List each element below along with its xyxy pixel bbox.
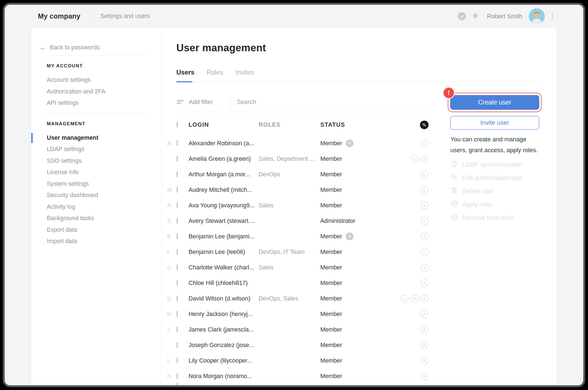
user-login[interactable]: Joseph Gonzalez (jose... [189,342,259,349]
user-login[interactable]: Ava Young (avayoung9... [189,202,259,209]
auth-type-badge-l: L [421,217,429,225]
user-status: Member [320,373,342,380]
status-check-icon[interactable] [458,12,466,20]
search-input[interactable] [236,98,321,106]
user-name[interactable]: Robert Smith [487,13,522,20]
kebab-menu-icon[interactable] [550,11,555,21]
table-row: LLily Cooper (lilycooper...MemberA [166,353,429,368]
column-login[interactable]: LOGIN [189,121,259,128]
row-checkbox[interactable] [177,233,178,239]
user-status: Member [320,156,342,162]
auth-badges: A [393,341,429,349]
row-checkbox[interactable] [177,383,178,386]
tab-roles[interactable]: Roles [207,69,223,80]
row-checkbox[interactable] [177,327,178,332]
panel-action-remove-from-roles[interactable]: Remove from roles [450,211,523,225]
sidebar-item-export-data[interactable]: Export data [47,224,161,236]
user-login[interactable]: Chloe Hill (chloehill17) [189,280,259,287]
user-login[interactable]: Charlotte Walker (charl... [189,264,259,271]
invite-user-button[interactable]: Invite user [450,116,539,130]
sidebar-item-authorization-and-2fa[interactable]: Authorization and 2FA [47,86,161,98]
tab-users[interactable]: Users [176,69,194,80]
user-roles: DevOps, Sales [259,295,320,302]
row-checkbox[interactable] [177,373,178,379]
sidebar-item-import-data[interactable]: Import data [47,236,161,247]
active-tab-underline [176,81,192,82]
row-checkbox[interactable] [177,249,178,255]
panel-action-delete-user[interactable]: Delete user [450,185,523,198]
row-checkbox[interactable] [177,202,178,208]
sidebar-item-background-tasks[interactable]: Background tasks [47,213,161,224]
sidebar-item-sso-settings[interactable]: SSO settings [47,155,161,167]
user-status: Member [320,171,342,178]
sidebar-item-system-settings[interactable]: System settings [47,178,161,190]
tab-invites[interactable]: Invites [235,69,254,80]
company-name[interactable]: My company [38,5,80,28]
group-letter: L [166,358,177,364]
panel-action-ldap-synchronization[interactable]: LDAP synchronization [450,158,523,171]
user-login[interactable]: Nora Morgan (noramo... [189,373,259,380]
user-login[interactable]: Alexander Robinson (a... [189,140,259,147]
sidebar-item-activity-log[interactable]: Activity log [47,201,161,213]
row-checkbox[interactable] [177,218,178,224]
auth-badges: LA [393,155,429,163]
row-checkbox[interactable] [177,280,178,286]
panel-action-label: Delete user [462,188,494,195]
sidebar-item-security-dashboard[interactable]: Security dashboard [47,190,161,201]
user-login[interactable]: James Clark (jamescla... [189,326,259,333]
user-status: Administrator [320,218,355,225]
row-checkbox[interactable] [177,140,178,146]
create-user-button[interactable]: Create user [450,95,539,110]
user-login[interactable]: Benjamin Lee (lee06) [189,249,259,256]
row-checkbox[interactable] [177,295,178,301]
panel-action-edit-authorization-type[interactable]: Edit authorization type [450,171,523,185]
user-login[interactable]: David Wilson (d.wilson) [189,295,259,302]
sidebar-item-ldap-settings[interactable]: LDAP settings [47,144,161,155]
sidebar-item-license-info[interactable]: License info [47,167,161,178]
back-to-passwords-link[interactable]: ← Back to passwords [39,44,161,51]
column-roles[interactable]: ROLES [259,121,320,128]
user-login[interactable]: Avery Stewart (stewart.... [189,218,259,225]
sidebar: ← Back to passwords MY ACCOUNTAccount se… [31,28,161,247]
row-checkbox[interactable] [177,311,178,317]
auth-type-badge-a: A [421,372,429,380]
sidebar-item-user-management[interactable]: User management [47,132,161,144]
auth-type-badge-a: A [421,233,429,241]
add-filter-button[interactable]: Add filter [189,98,213,106]
row-checkbox[interactable] [177,264,178,270]
user-login[interactable]: Arthur Morgan (a.mor... [189,171,259,178]
panel-description: You can create and manage users, grant a… [450,134,543,156]
panel-action-apply-roles[interactable]: Apply roles [450,198,523,211]
user-login[interactable]: Benjamin Lee (benjami... [189,233,259,240]
sidebar-item-account-settings[interactable]: Account settings [47,74,161,86]
page-title: User management [176,42,266,54]
row-checkbox[interactable] [177,358,178,363]
user-login[interactable]: Amelia Green (a.green) [189,156,259,162]
auth-badges: L [393,248,429,256]
select-all-checkbox[interactable] [177,122,178,128]
user-login[interactable]: Audrey Mitchell (mitch... [189,187,259,193]
row-checkbox[interactable] [177,342,178,348]
sidebar-divider [47,55,148,55]
authorization-key-icon[interactable] [420,121,429,129]
group-letter: L [166,249,177,255]
user-login[interactable]: Lily Cooper (lilycooper... [189,357,259,364]
avatar[interactable] [529,8,545,24]
row-checkbox[interactable] [177,171,178,177]
row-checkbox[interactable] [177,187,178,193]
promoted-up-arrow-icon [346,233,354,240]
user-status: Member [320,140,342,147]
column-status[interactable]: STATUS [320,121,393,128]
auth-type-badge-a: A [421,279,429,287]
notifications-bell-icon[interactable] [471,12,479,21]
user-status: Member [320,249,342,256]
user-table: AAlexander Robinson (a...MemberLAmelia G… [166,136,429,384]
sidebar-item-api-settings[interactable]: API settings [47,97,161,109]
back-arrow-icon: ← [39,44,47,51]
user-login[interactable]: Henry Jackson (henryj... [189,311,259,318]
table-row: BBenjamin Lee (benjami...MemberA [166,229,429,244]
table-row: Arthur Morgan (a.mor...DevOpsMemberL [166,167,429,182]
group-letter: A [166,140,177,147]
row-checkbox[interactable] [177,156,178,162]
app-window: My company Settings and users Robert Smi… [3,3,585,387]
